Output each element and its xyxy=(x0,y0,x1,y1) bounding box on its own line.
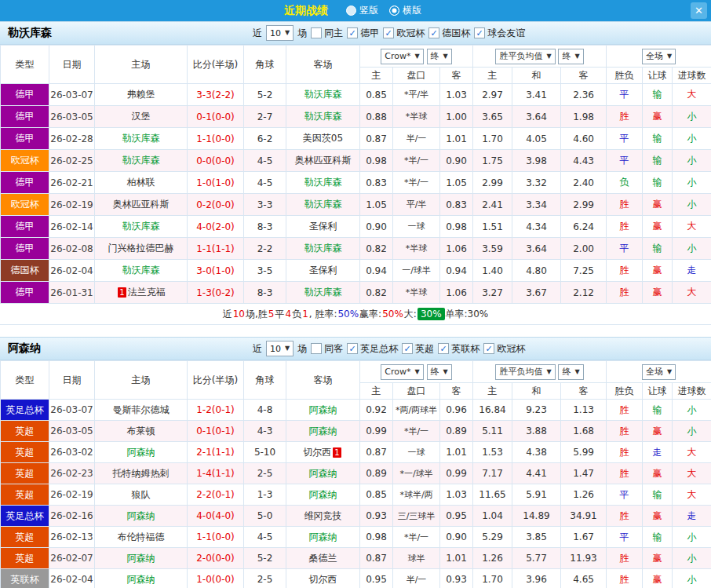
avg-draw: 3.34 xyxy=(512,194,561,216)
odds-source-select[interactable]: Crow*▼ xyxy=(381,364,423,380)
away-team[interactable]: 圣保利 xyxy=(286,216,360,238)
chevron-down-icon: ▼ xyxy=(546,53,551,60)
same-away-checkbox[interactable]: 同客 xyxy=(311,342,343,356)
away-team[interactable]: 阿森纳 xyxy=(286,400,360,421)
league-checkbox-fa-cup[interactable]: 英足总杯 xyxy=(347,342,398,356)
result-cell: 胜 xyxy=(607,216,643,238)
subcol-draw: 和 xyxy=(512,383,561,400)
close-button[interactable]: ✕ xyxy=(691,2,707,19)
layout-vertical-radio[interactable]: 竖版 xyxy=(346,4,378,17)
handicap-result-cell: 输 xyxy=(643,238,673,260)
home-team[interactable]: 托特纳姆热刺 xyxy=(95,463,188,484)
odds-final-select[interactable]: 终▼ xyxy=(427,49,452,64)
checkbox-label: 英足总杯 xyxy=(360,342,398,356)
red-card-icon: 1 xyxy=(118,287,126,298)
away-team[interactable]: 美因茨05 xyxy=(286,128,360,150)
away-odds: 1.01 xyxy=(440,548,473,569)
filter-bar: 近 10▼ 场 同客 英足总杯 英超 英联杯 欧 xyxy=(253,341,525,356)
match-row: 德国杯26-02-04勒沃库森3-0(1-0)3-5圣保利0.94一/球半0.9… xyxy=(1,260,711,282)
away-team[interactable]: 阿森纳 xyxy=(286,527,360,548)
avg-lose: 5.99 xyxy=(561,442,607,463)
home-team[interactable]: 弗赖堡 xyxy=(95,84,188,106)
home-team[interactable]: 布伦特福德 xyxy=(95,527,188,548)
home-team[interactable]: 阿森纳 xyxy=(95,569,188,588)
home-team[interactable]: 布莱顿 xyxy=(95,421,188,442)
home-team[interactable]: 门兴格拉德巴赫 xyxy=(95,238,188,260)
home-team[interactable]: 柏林联 xyxy=(95,172,188,194)
home-team[interactable]: 1法兰克福 xyxy=(95,282,188,304)
checkbox-label: 同主 xyxy=(324,27,343,40)
away-team[interactable]: 勒沃库森 xyxy=(286,194,360,216)
away-team[interactable]: 阿森纳 xyxy=(286,463,360,484)
match-count-value: 10 xyxy=(270,28,281,38)
away-team[interactable]: 阿森纳 xyxy=(286,484,360,506)
away-team[interactable]: 桑德兰 xyxy=(286,548,360,569)
away-team[interactable]: 维冈竞技 xyxy=(286,506,360,527)
same-home-checkbox[interactable]: 同主 xyxy=(311,27,343,40)
checkbox-checked-icon xyxy=(383,27,394,38)
match-date: 26-02-14 xyxy=(49,216,95,238)
summary-part: 50% xyxy=(337,309,359,320)
match-score: 1-0(0-0) xyxy=(188,569,244,588)
games-label: 场 xyxy=(297,342,307,356)
home-team[interactable]: 阿森纳 xyxy=(95,442,188,463)
away-team[interactable]: 勒沃库森 xyxy=(286,238,360,260)
radio-checked-icon xyxy=(389,5,399,16)
avg-draw: 5.77 xyxy=(512,548,561,569)
handicap-result-cell: 赢 xyxy=(643,260,673,282)
home-team[interactable]: 汉堡 xyxy=(95,106,188,128)
away-team[interactable]: 勒沃库森 xyxy=(286,84,360,106)
home-team[interactable]: 奥林匹亚科斯 xyxy=(95,194,188,216)
team-name: 法兰克福 xyxy=(128,287,166,298)
league-checkbox-ucl[interactable]: 欧冠杯 xyxy=(383,27,425,40)
league-checkbox-efl-cup[interactable]: 英联杯 xyxy=(438,342,479,356)
match-count-select[interactable]: 10▼ xyxy=(266,25,294,41)
checkbox-checked-icon xyxy=(428,27,439,38)
wdl-final-select[interactable]: 终▼ xyxy=(558,49,583,64)
layout-horizontal-radio[interactable]: 横版 xyxy=(389,4,421,17)
league-checkbox-friendly[interactable]: 球会友谊 xyxy=(474,27,525,40)
away-team[interactable]: 切尔西 xyxy=(286,569,360,588)
away-team[interactable]: 勒沃库森 xyxy=(286,106,360,128)
home-team[interactable]: 狼队 xyxy=(95,484,188,506)
wdl-avg-select[interactable]: 胜平负均值▼ xyxy=(495,49,555,64)
home-team[interactable]: 阿森纳 xyxy=(95,506,188,527)
wdl-avg-select[interactable]: 胜平负均值▼ xyxy=(495,364,555,380)
odds-final-select[interactable]: 终▼ xyxy=(427,364,452,380)
match-count-select[interactable]: 10▼ xyxy=(266,341,294,356)
league-checkbox-dfb-pokal[interactable]: 德国杯 xyxy=(428,27,470,40)
avg-draw: 3.67 xyxy=(512,282,561,304)
handicap-result-cell: 赢 xyxy=(643,282,673,304)
away-team[interactable]: 勒沃库森 xyxy=(286,172,360,194)
result-cell: 平 xyxy=(607,527,643,548)
checkbox-label: 英联杯 xyxy=(451,342,479,356)
goals-result-cell: 小 xyxy=(673,194,711,216)
goals-result-cell: 走 xyxy=(673,506,711,527)
home-team[interactable]: 勒沃库森 xyxy=(95,150,188,172)
team-name-title: 阿森纳 xyxy=(0,341,41,356)
subcol-away-odds: 客 xyxy=(440,68,473,84)
away-team[interactable]: 阿森纳 xyxy=(286,421,360,442)
wdl-final-value: 终 xyxy=(562,366,571,378)
handicap-line: *半/一 xyxy=(393,421,440,442)
away-team[interactable]: 切尔西1 xyxy=(286,442,360,463)
away-team[interactable]: 勒沃库森 xyxy=(286,282,360,304)
goals-result-cell: 小 xyxy=(673,238,711,260)
home-team[interactable]: 勒沃库森 xyxy=(95,128,188,150)
home-team[interactable]: 勒沃库森 xyxy=(95,216,188,238)
league-checkbox-epl[interactable]: 英超 xyxy=(402,342,434,356)
odds-source-select[interactable]: Crow*▼ xyxy=(381,49,423,64)
home-team[interactable]: 勒沃库森 xyxy=(95,260,188,282)
home-team[interactable]: 阿森纳 xyxy=(95,548,188,569)
league-checkbox-ucl[interactable]: 欧冠杯 xyxy=(483,342,525,356)
league-checkbox-bundesliga[interactable]: 德甲 xyxy=(347,27,379,40)
goals-result-cell: 大 xyxy=(673,282,711,304)
team-name: 切尔西 xyxy=(303,447,331,458)
home-team[interactable]: 曼斯菲尔德城 xyxy=(95,400,188,421)
away-team[interactable]: 奥林匹亚科斯 xyxy=(286,150,360,172)
fulltime-select[interactable]: 全场▼ xyxy=(642,364,676,380)
league-badge: 英联杯 xyxy=(1,569,49,588)
fulltime-select[interactable]: 全场▼ xyxy=(642,49,676,64)
away-team[interactable]: 圣保利 xyxy=(286,260,360,282)
wdl-final-select[interactable]: 终▼ xyxy=(558,364,583,380)
